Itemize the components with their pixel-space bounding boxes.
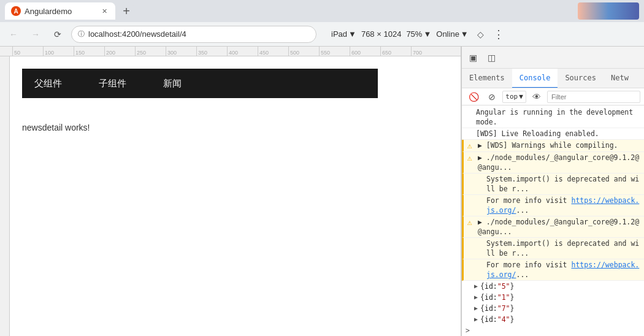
- console-line-warning-cont2: For more info visit https://webpack.js.o…: [462, 195, 644, 216]
- ruler-tick: 350: [196, 47, 227, 56]
- device-selector[interactable]: iPad ▼: [331, 29, 356, 39]
- ruler-tick: 400: [227, 47, 258, 56]
- tab-title: Angulardemo: [25, 7, 72, 16]
- devtools-panel: ▣ ◫ Elements Console Sources Netw 🚫 ⊘ to…: [461, 47, 644, 336]
- device-dropdown-icon: ▼: [348, 29, 356, 39]
- device-label: iPad: [331, 29, 347, 39]
- devtools-tabs: Elements Console Sources Netw: [462, 69, 644, 88]
- user-profile-area: [578, 2, 639, 20]
- devtools-secondary-bar: 🚫 ⊘ top ▼ 👁: [462, 88, 644, 105]
- ruler-tick: 200: [104, 47, 135, 56]
- online-dropdown-icon: ▼: [461, 29, 469, 39]
- console-object: ▶ { id: "4" }: [462, 314, 644, 325]
- no-errors-button[interactable]: ⊘: [484, 88, 500, 105]
- console-text: For more info visit https://webpack.js.o…: [486, 196, 640, 215]
- console-text: ▶ [WDS] Warnings while compiling.: [478, 140, 640, 150]
- expand-arrow[interactable]: ▶: [474, 292, 478, 302]
- tab-network[interactable]: Netw: [604, 69, 636, 88]
- main-layout: 50 100 150 200 250 300 350 400 450 500 5…: [0, 47, 644, 336]
- forward-button[interactable]: →: [27, 26, 44, 43]
- device-toolbar-button[interactable]: ◫: [483, 49, 500, 66]
- console-text: ▶ ./node_modules/_@angular_core@9.1.2@@a…: [478, 217, 640, 237]
- url-bar[interactable]: ⓘ localhost:4200/newsdetail/4: [71, 26, 316, 43]
- nav-item-child[interactable]: 子组件: [99, 78, 126, 90]
- expand-arrow[interactable]: ▶: [474, 304, 478, 313]
- context-selector[interactable]: top ▼: [502, 91, 526, 103]
- console-link[interactable]: https://webpack.js.org/: [486, 261, 639, 279]
- console-link[interactable]: https://webpack.js.org/: [486, 196, 639, 215]
- viewport: 50 100 150 200 250 300 350 400 450 500 5…: [0, 47, 461, 336]
- prompt-icon: >: [466, 326, 470, 335]
- eye-icon-button[interactable]: 👁: [529, 88, 545, 105]
- inspect-element-button[interactable]: ▣: [464, 49, 481, 66]
- console-object: ▶ { id: "1" }: [462, 292, 644, 303]
- top-right-user-area: [578, 2, 639, 20]
- new-tab-button[interactable]: +: [118, 2, 135, 20]
- console-text: System.import() is deprecated and will b…: [486, 174, 640, 194]
- ruler-tick: 150: [74, 47, 104, 56]
- tab-favicon: A: [11, 6, 21, 16]
- console-line-warning: ⚠ ▶ ./node_modules/_@angular_core@9.1.2@…: [462, 152, 644, 174]
- ruler-tick: 250: [135, 47, 166, 56]
- expand-arrow[interactable]: ▶: [474, 315, 478, 324]
- warning-icon: ⚠: [467, 153, 476, 163]
- ruler-tick: 650: [380, 47, 411, 56]
- nav-item-news[interactable]: 新闻: [163, 78, 182, 90]
- zoom-selector[interactable]: 75% ▼: [406, 29, 431, 39]
- console-text: [WDS] Live Reloading enabled.: [476, 129, 640, 139]
- ruler-horizontal: 50 100 150 200 250 300 350 400 450 500 5…: [0, 47, 461, 56]
- back-button[interactable]: ←: [5, 26, 22, 43]
- console-line-warning-cont: System.import() is deprecated and will b…: [462, 238, 644, 259]
- console-output[interactable]: Angular is running in the development mo…: [462, 105, 644, 336]
- devtools-toolbar: ▣ ◫: [462, 47, 644, 69]
- toolbar-controls: iPad ▼ 768 × 1024 75% ▼ Online ▼ ◇ ⋮: [331, 27, 504, 42]
- app-body: newsdetail works!: [10, 110, 461, 145]
- ruler-ticks: 50 100 150 200 250 300 350 400 450 500 5…: [12, 47, 442, 56]
- ruler-tick: 550: [319, 47, 350, 56]
- console-line-warning: ⚠ ▶ ./node_modules/_@angular_core@9.1.2@…: [462, 216, 644, 238]
- tab-close-button[interactable]: ✕: [99, 6, 109, 16]
- zoom-label: 75%: [406, 29, 422, 39]
- expand-arrow[interactable]: ▶: [474, 281, 478, 291]
- console-line-warning: ⚠ ▶ [WDS] Warnings while compiling.: [462, 140, 644, 152]
- ruler-tick: 450: [258, 47, 288, 56]
- tab-console[interactable]: Console: [512, 69, 558, 88]
- console-line: Angular is running in the development mo…: [462, 107, 644, 128]
- ruler-tick: 300: [166, 47, 196, 56]
- console-text: System.import() is deprecated and will b…: [486, 239, 640, 258]
- console-object: ▶ { id: "7" }: [462, 303, 644, 314]
- address-bar: ← → ⟳ ⓘ localhost:4200/newsdetail/4 iPad…: [0, 22, 644, 47]
- warning-icon: ⚠: [467, 141, 476, 151]
- online-selector[interactable]: Online ▼: [436, 29, 468, 39]
- filter-input[interactable]: [547, 91, 640, 103]
- page-content: 父组件 子组件 新闻 newsdetail works!: [10, 56, 461, 336]
- no-throttle-icon[interactable]: ◇: [473, 27, 488, 42]
- console-prompt-line[interactable]: >: [462, 325, 644, 336]
- online-label: Online: [436, 29, 459, 39]
- refresh-button[interactable]: ⟳: [49, 26, 66, 43]
- console-line-warning-cont2: For more info visit https://webpack.js.o…: [462, 259, 644, 281]
- nav-item-parent[interactable]: 父组件: [34, 78, 62, 90]
- newsdetail-works-text: newsdetail works!: [22, 123, 90, 132]
- ruler-tick: 500: [288, 47, 319, 56]
- ruler-tick: 700: [411, 47, 442, 56]
- lock-icon: ⓘ: [78, 29, 85, 39]
- app-nav: 父组件 子组件 新闻: [22, 69, 378, 98]
- ruler-vertical: [0, 56, 10, 336]
- context-dropdown-arrow: ▼: [519, 93, 523, 101]
- console-line: [WDS] Live Reloading enabled.: [462, 128, 644, 140]
- dimension-display: 768 × 1024: [361, 29, 401, 39]
- tab-elements[interactable]: Elements: [462, 69, 512, 88]
- console-text: ▶ ./node_modules/_@angular_core@9.1.2@@a…: [478, 153, 640, 172]
- console-line-warning-cont: System.import() is deprecated and will b…: [462, 174, 644, 195]
- ruler-tick: 600: [350, 47, 380, 56]
- console-text: Angular is running in the development mo…: [476, 107, 640, 127]
- url-text: localhost:4200/newsdetail/4: [88, 29, 186, 39]
- zoom-dropdown-icon: ▼: [423, 29, 431, 39]
- clear-console-button[interactable]: 🚫: [466, 88, 481, 105]
- context-label: top: [505, 93, 518, 101]
- more-options-button[interactable]: ⋮: [493, 28, 504, 41]
- warning-icon: ⚠: [467, 218, 476, 227]
- active-tab[interactable]: A Angulardemo ✕: [5, 2, 115, 20]
- tab-sources[interactable]: Sources: [558, 69, 604, 88]
